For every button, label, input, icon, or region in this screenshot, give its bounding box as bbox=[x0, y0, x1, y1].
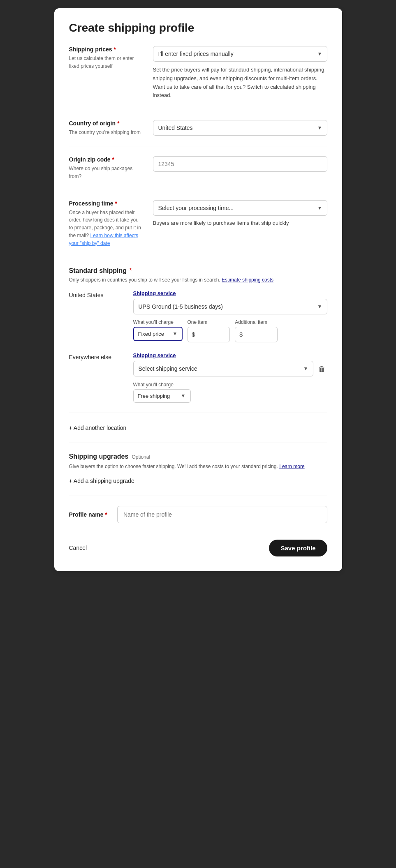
add-location-button[interactable]: + Add another location bbox=[69, 423, 127, 433]
country-input-col: United States ▼ bbox=[153, 120, 327, 136]
what-you-charge-label: What you'll charge bbox=[133, 319, 183, 325]
add-upgrade-label: + Add a shipping upgrade bbox=[69, 478, 134, 484]
shipping-prices-select[interactable]: I'll enter fixed prices manually bbox=[153, 46, 327, 62]
dollar-sign: $ bbox=[239, 331, 243, 338]
processing-buyers-note: Buyers are more likely to purchase items… bbox=[153, 220, 327, 226]
everywhere-charge-select-wrapper: Free shipping ▼ bbox=[133, 389, 191, 403]
divider-1 bbox=[69, 110, 327, 110]
standard-shipping-note: Only shoppers in countries you ship to w… bbox=[69, 277, 327, 283]
divider-2 bbox=[69, 146, 327, 146]
create-shipping-profile-card: Create shipping profile Shipping prices … bbox=[54, 8, 342, 571]
profile-name-row: Profile name * bbox=[69, 506, 327, 523]
optional-tag: Optional bbox=[132, 454, 150, 460]
zip-hint: Where do you ship packages from? bbox=[69, 166, 133, 179]
divider-3 bbox=[69, 190, 327, 190]
zip-input[interactable] bbox=[153, 156, 327, 172]
cancel-button[interactable]: Cancel bbox=[69, 545, 87, 551]
everywhere-else-block: Everywhere else Shipping service Select … bbox=[69, 352, 327, 403]
bottom-actions: Cancel Save profile bbox=[69, 535, 327, 556]
everywhere-service-select-wrapper: Select shipping service ▼ bbox=[133, 361, 313, 376]
us-charge-type-select[interactable]: Fixed price bbox=[133, 327, 183, 341]
page-title: Create shipping profile bbox=[69, 21, 327, 35]
everywhere-else-name: Everywhere else bbox=[69, 352, 127, 360]
shipping-prices-description: Set the price buyers will pay for standa… bbox=[153, 66, 327, 100]
us-additional-item-col: Additional item $ bbox=[235, 319, 278, 342]
country-select-wrapper: United States ▼ bbox=[153, 120, 327, 136]
everywhere-charge-col: What you'll charge Free shipping ▼ bbox=[133, 382, 191, 403]
processing-label-col: Processing time * Once a buyer has place… bbox=[69, 200, 143, 247]
everywhere-service-row: Select shipping service ▼ 🗑 bbox=[133, 361, 327, 377]
country-select[interactable]: United States bbox=[153, 120, 327, 136]
one-item-input[interactable] bbox=[197, 331, 225, 338]
profile-name-section: Profile name * bbox=[69, 506, 327, 523]
standard-shipping-header: Standard shipping * bbox=[69, 267, 327, 275]
everywhere-charge-select[interactable]: Free shipping bbox=[133, 389, 191, 403]
processing-time-row: Processing time * Once a buyer has place… bbox=[69, 200, 327, 247]
shipping-prices-label: Shipping prices * bbox=[69, 46, 143, 53]
country-label-col: Country of origin * The country you're s… bbox=[69, 120, 143, 136]
us-service-select-wrapper: UPS Ground (1-5 business days) ▼ bbox=[133, 299, 327, 314]
shipping-prices-row: Shipping prices * Let us calculate them … bbox=[69, 46, 327, 100]
us-service-select[interactable]: UPS Ground (1-5 business days) bbox=[133, 299, 327, 314]
us-location-controls: Shipping service UPS Ground (1-5 busines… bbox=[133, 290, 327, 342]
everywhere-service-select[interactable]: Select shipping service bbox=[133, 361, 313, 376]
shipping-prices-hint: Let us calculate them or enter fixed pri… bbox=[69, 55, 134, 69]
standard-shipping-title: Standard shipping bbox=[69, 267, 127, 274]
us-charge-select-wrapper: Fixed price ▼ bbox=[133, 327, 183, 341]
dollar-sign: $ bbox=[192, 331, 195, 338]
processing-hint: Once a buyer has placed their order, how… bbox=[69, 210, 141, 246]
everywhere-charge-row: What you'll charge Free shipping ▼ bbox=[133, 382, 327, 403]
processing-label: Processing time * bbox=[69, 200, 143, 207]
add-upgrade-button[interactable]: + Add a shipping upgrade bbox=[69, 476, 134, 486]
delete-everywhere-btn[interactable]: 🗑 bbox=[317, 362, 327, 377]
us-location-name: United States bbox=[69, 290, 127, 298]
divider-4 bbox=[69, 257, 327, 257]
upgrades-learn-more-link[interactable]: Learn more bbox=[279, 464, 304, 469]
upgrades-title: Shipping upgrades bbox=[69, 453, 129, 460]
country-of-origin-row: Country of origin * The country you're s… bbox=[69, 120, 327, 136]
origin-zip-row: Origin zip code * Where do you ship pack… bbox=[69, 156, 327, 180]
everywhere-what-you-charge-label: What you'll charge bbox=[133, 382, 191, 388]
additional-item-input[interactable] bbox=[244, 331, 273, 338]
us-shipping-service-label: Shipping service bbox=[133, 290, 327, 296]
add-location-label: + Add another location bbox=[69, 425, 127, 431]
everywhere-service-label: Shipping service bbox=[133, 352, 327, 358]
divider-6 bbox=[69, 443, 327, 443]
upgrades-description: Give buyers the option to choose faster … bbox=[69, 463, 327, 470]
processing-time-select[interactable]: Select your processing time... bbox=[153, 200, 327, 216]
processing-select-wrapper: Select your processing time... ▼ bbox=[153, 200, 327, 216]
upgrades-header: Shipping upgrades Optional bbox=[69, 453, 327, 460]
everywhere-else-controls: Shipping service Select shipping service… bbox=[133, 352, 327, 403]
us-shipping-block: United States Shipping service UPS Groun… bbox=[69, 290, 327, 342]
us-charge-row: What you'll charge Fixed price ▼ One ite… bbox=[133, 319, 327, 342]
estimate-costs-link[interactable]: Estimate shipping costs bbox=[222, 277, 273, 283]
profile-name-label: Profile name * bbox=[69, 511, 107, 518]
additional-item-input-wrapper: $ bbox=[235, 327, 278, 342]
one-item-input-wrapper: $ bbox=[188, 327, 230, 342]
shipping-prices-label-col: Shipping prices * Let us calculate them … bbox=[69, 46, 143, 70]
divider-7 bbox=[69, 496, 327, 496]
us-one-item-col: One item $ bbox=[188, 319, 230, 342]
zip-label: Origin zip code * bbox=[69, 156, 143, 163]
additional-item-label: Additional item bbox=[235, 319, 278, 325]
zip-input-col bbox=[153, 156, 327, 172]
profile-name-input[interactable] bbox=[117, 506, 327, 523]
shipping-prices-select-wrapper: I'll enter fixed prices manually ▼ bbox=[153, 46, 327, 62]
one-item-label: One item bbox=[188, 319, 230, 325]
us-charge-type-col: What you'll charge Fixed price ▼ bbox=[133, 319, 183, 341]
zip-label-col: Origin zip code * Where do you ship pack… bbox=[69, 156, 143, 180]
shipping-prices-input-col: I'll enter fixed prices manually ▼ Set t… bbox=[153, 46, 327, 100]
processing-input-col: Select your processing time... ▼ Buyers … bbox=[153, 200, 327, 226]
country-hint: The country you're shipping from bbox=[69, 129, 141, 135]
country-label: Country of origin * bbox=[69, 120, 143, 127]
save-profile-button[interactable]: Save profile bbox=[269, 540, 327, 556]
divider-5 bbox=[69, 413, 327, 413]
shipping-upgrades-section: Shipping upgrades Optional Give buyers t… bbox=[69, 453, 327, 486]
